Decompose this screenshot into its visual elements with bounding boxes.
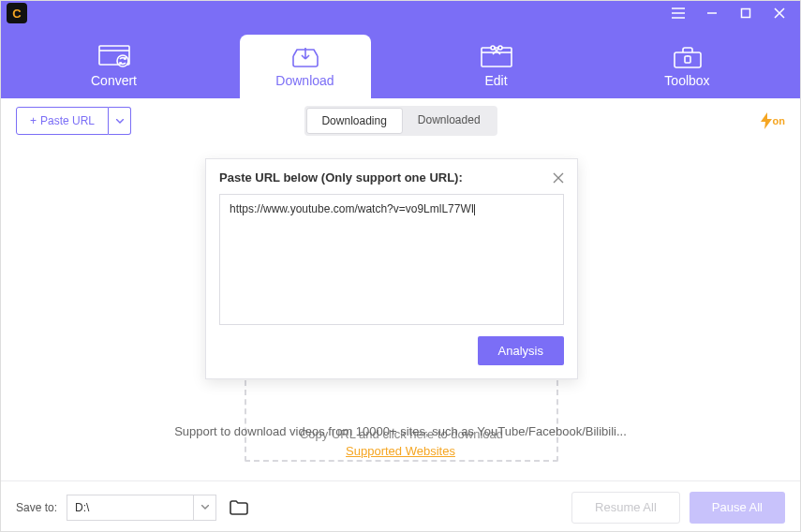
support-text-block: Support to download videos from 10000+ s… bbox=[1, 424, 800, 458]
paste-url-dropdown[interactable] bbox=[109, 107, 131, 135]
tab-download-label: Download bbox=[275, 73, 334, 88]
paste-url-dialog: Paste URL below (Only support one URL): … bbox=[205, 158, 578, 379]
main-navbar: Convert Download Edit Toolbox bbox=[1, 25, 800, 98]
svg-point-4 bbox=[491, 46, 495, 50]
svg-point-5 bbox=[498, 46, 502, 50]
folder-icon bbox=[230, 500, 248, 515]
open-folder-button[interactable] bbox=[226, 495, 252, 521]
toolbar: + Paste URL Downloading Downloaded on bbox=[1, 98, 800, 143]
analysis-button[interactable]: Analysis bbox=[478, 336, 564, 365]
plus-icon: + bbox=[30, 114, 37, 127]
app-logo: C bbox=[7, 3, 27, 23]
support-text: Support to download videos from 10000+ s… bbox=[174, 424, 627, 438]
segment-downloading[interactable]: Downloading bbox=[305, 108, 402, 134]
lightning-icon bbox=[761, 112, 772, 129]
close-icon bbox=[553, 172, 564, 184]
close-icon[interactable] bbox=[763, 1, 796, 25]
pause-all-button[interactable]: Pause All bbox=[690, 492, 785, 524]
svg-point-2 bbox=[117, 55, 128, 66]
dialog-title: Paste URL below (Only support one URL): bbox=[219, 170, 463, 185]
dialog-close-button[interactable] bbox=[553, 172, 564, 184]
maximize-icon[interactable] bbox=[729, 1, 763, 25]
url-input[interactable]: https://www.youtube.com/watch?v=vo9LmlL7… bbox=[219, 194, 564, 325]
save-to-value: D:\ bbox=[67, 501, 193, 514]
tab-convert[interactable]: Convert bbox=[49, 35, 180, 98]
tab-convert-label: Convert bbox=[91, 73, 137, 88]
chevron-down-icon bbox=[116, 119, 124, 124]
save-to-label: Save to: bbox=[16, 501, 57, 514]
text-cursor bbox=[474, 204, 475, 215]
svg-rect-0 bbox=[742, 9, 750, 18]
bottom-bar: Save to: D:\ Resume All Pause All bbox=[1, 480, 800, 532]
url-input-value: https://www.youtube.com/watch?v=vo9LmlL7… bbox=[230, 202, 474, 215]
tab-edit-label: Edit bbox=[484, 73, 507, 88]
tab-toolbox[interactable]: Toolbox bbox=[622, 35, 753, 98]
chevron-down-icon bbox=[201, 505, 209, 510]
download-state-segment: Downloading Downloaded bbox=[304, 106, 497, 136]
svg-rect-7 bbox=[685, 56, 690, 63]
minimize-icon[interactable] bbox=[695, 1, 729, 25]
tab-edit[interactable]: Edit bbox=[431, 35, 562, 98]
resume-all-button[interactable]: Resume All bbox=[571, 492, 680, 524]
save-to-dropdown[interactable] bbox=[193, 495, 215, 521]
paste-url-button[interactable]: + Paste URL bbox=[16, 107, 109, 135]
hardware-accel-badge[interactable]: on bbox=[761, 112, 785, 129]
tab-toolbox-label: Toolbox bbox=[664, 73, 709, 88]
titlebar: C bbox=[1, 1, 800, 25]
save-to-select[interactable]: D:\ bbox=[67, 495, 216, 521]
hardware-accel-label: on bbox=[773, 115, 785, 126]
supported-websites-link[interactable]: Supported Websites bbox=[1, 444, 800, 458]
menu-icon[interactable] bbox=[661, 1, 695, 25]
paste-url-label: Paste URL bbox=[40, 114, 95, 127]
tab-download[interactable]: Download bbox=[240, 35, 371, 98]
svg-rect-6 bbox=[675, 52, 701, 67]
paste-url-button-group: + Paste URL bbox=[16, 107, 131, 135]
content-area: Copy URL and click here to download Supp… bbox=[1, 143, 800, 480]
segment-downloaded[interactable]: Downloaded bbox=[403, 108, 496, 134]
